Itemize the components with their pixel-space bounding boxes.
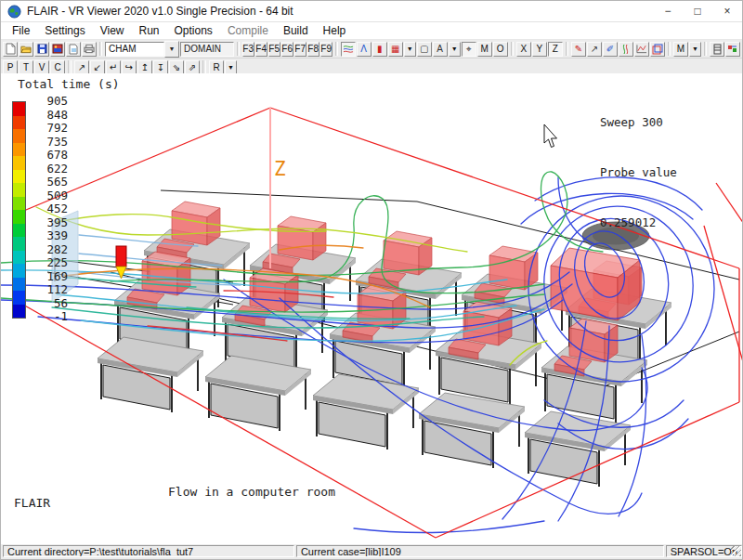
- sparsol-label: SPARSOL=On: [671, 546, 737, 557]
- legend-color-segment: [13, 170, 25, 184]
- mouse-cursor: [544, 124, 557, 148]
- film-button[interactable]: [710, 42, 724, 57]
- legend-color-segment: [13, 102, 25, 116]
- f9-button[interactable]: F9: [320, 42, 332, 57]
- colorline-button[interactable]: [619, 42, 633, 57]
- legend-color-segment: [13, 305, 25, 319]
- legend: Total time (s) 9058487927356786225655094…: [10, 77, 120, 91]
- z-axis-button[interactable]: Z: [548, 42, 563, 57]
- y-axis-button[interactable]: Y: [532, 42, 547, 57]
- toolbar-separator: [99, 42, 102, 56]
- save-floppy-icon: [37, 44, 47, 54]
- domain-field[interactable]: DOMAIN: [180, 42, 233, 57]
- legend-value: 282: [31, 243, 68, 256]
- outline-button[interactable]: ▢: [417, 42, 432, 57]
- eraser-button[interactable]: ✐: [603, 42, 618, 57]
- menu-help[interactable]: Help: [316, 22, 354, 39]
- legend-color-segment: [13, 156, 25, 170]
- legend-value: -1: [31, 310, 68, 323]
- f7-button[interactable]: F7: [294, 42, 306, 57]
- viewport: Z Total time (s) 90584879273567862256550…: [1, 73, 743, 544]
- chart-button[interactable]: [634, 42, 649, 57]
- x-axis-button[interactable]: X: [516, 42, 531, 57]
- resize-grip[interactable]: [731, 546, 741, 556]
- status-directory: Current directory=P:\test\tutorials\fla_…: [3, 545, 294, 557]
- mesh-button[interactable]: M: [477, 42, 492, 57]
- legend-value: 565: [31, 176, 68, 189]
- animation-icon: [727, 44, 738, 54]
- minimize-button[interactable]: −: [653, 2, 683, 20]
- grid-dropdown-button[interactable]: ▼: [404, 42, 416, 57]
- menu-settings[interactable]: Settings: [37, 22, 92, 39]
- legend-color-segment: [13, 183, 25, 197]
- copy-page-icon: [69, 44, 79, 55]
- legend-color-segment: [13, 210, 25, 224]
- printer-icon: [84, 44, 95, 54]
- open-file-button[interactable]: [19, 42, 33, 57]
- streamline-button[interactable]: [341, 42, 356, 57]
- window-title: FLAIR - VR Viewer 2020 v1.0 Single Preci…: [27, 5, 653, 18]
- legend-value: 112: [31, 283, 68, 296]
- legend-value: 905: [31, 95, 68, 108]
- f3-button[interactable]: F3: [242, 42, 254, 57]
- f6-button[interactable]: F6: [281, 42, 293, 57]
- legend-value: 678: [31, 149, 68, 162]
- f4-button[interactable]: F4: [255, 42, 267, 57]
- flair-vr-viewer-window: { "window": { "title": "FLAIR - VR Viewe…: [0, 0, 743, 560]
- peak-button[interactable]: Λ: [357, 42, 372, 57]
- app-globe-icon: [7, 5, 21, 19]
- slice-button[interactable]: ▮: [372, 42, 387, 57]
- object-button[interactable]: O: [493, 42, 508, 57]
- sweep-label: Sweep 300: [600, 114, 677, 131]
- desk: [419, 393, 525, 468]
- probe-value-label: Probe value: [600, 164, 677, 181]
- legend-color-segment: [13, 129, 25, 143]
- legend-color-segment: [13, 291, 25, 305]
- title-bar: FLAIR - VR Viewer 2020 v1.0 Single Preci…: [1, 1, 742, 22]
- cube-icon: [652, 44, 663, 55]
- cube-button[interactable]: [650, 42, 665, 57]
- contour-dropdown-button[interactable]: ▼: [449, 42, 461, 57]
- f5-button[interactable]: F5: [268, 42, 280, 57]
- contour-button[interactable]: A: [433, 42, 448, 57]
- toolbar-separator: [335, 42, 338, 56]
- legend-value: 509: [31, 189, 68, 202]
- menu-run[interactable]: Run: [132, 22, 167, 39]
- f8-button[interactable]: F8: [307, 42, 319, 57]
- legend-value: 225: [31, 256, 68, 269]
- macro-button[interactable]: M: [673, 42, 688, 57]
- grid-button[interactable]: ▦: [388, 42, 403, 57]
- vector-arrow-button[interactable]: ↗: [587, 42, 602, 57]
- copy-page-button[interactable]: [66, 42, 81, 57]
- pencil-button[interactable]: ✎: [571, 42, 586, 57]
- animation-button[interactable]: [725, 42, 740, 57]
- menu-view[interactable]: View: [93, 22, 132, 39]
- legend-color-segment: [13, 143, 25, 157]
- workspace-combo-value: CHAM: [105, 42, 164, 57]
- toolbar-separator: [237, 42, 240, 56]
- menu-build[interactable]: Build: [276, 22, 316, 39]
- menu-options[interactable]: Options: [167, 22, 220, 39]
- toolbar-separator: [511, 42, 514, 56]
- streamline-icon: [343, 44, 354, 54]
- maximize-button[interactable]: □: [683, 2, 712, 20]
- scene-caption: Flow in a computer room: [168, 485, 335, 499]
- save-button[interactable]: [34, 42, 49, 57]
- z-axis-label: Z: [274, 158, 286, 180]
- toolbar-separator: [668, 42, 671, 56]
- film-strip-icon: [713, 44, 722, 55]
- legend-colorbar: [12, 101, 26, 319]
- new-file-button[interactable]: [3, 42, 18, 57]
- legend-color-segment: [13, 251, 25, 265]
- close-button[interactable]: ×: [712, 2, 742, 20]
- workspace-combo[interactable]: CHAM ▼: [105, 42, 179, 57]
- print-button[interactable]: [82, 42, 97, 57]
- menu-compile[interactable]: Compile: [220, 22, 276, 39]
- probe-button[interactable]: ⌖: [462, 42, 476, 57]
- macro-dropdown-button[interactable]: ▼: [689, 42, 701, 57]
- status-bar: Current directory=P:\test\tutorials\fla_…: [1, 544, 743, 559]
- chevron-down-icon[interactable]: ▼: [164, 41, 179, 58]
- image-export-button[interactable]: [50, 42, 65, 57]
- menu-file[interactable]: File: [5, 22, 37, 39]
- legend-title: Total time (s): [18, 77, 120, 91]
